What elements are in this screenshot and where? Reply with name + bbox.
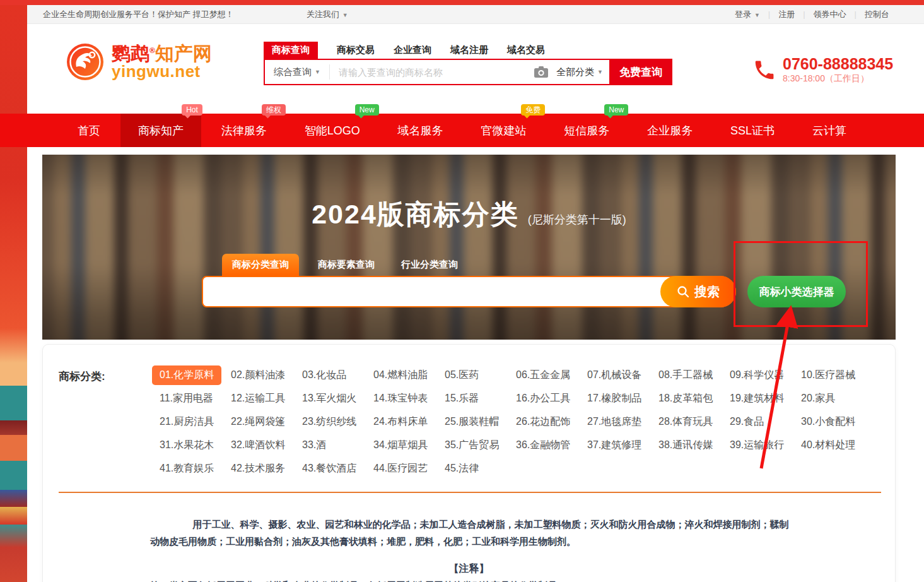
category-item[interactable]: 26.花边配饰 (508, 410, 580, 434)
category-item[interactable]: 23.纺织纱线 (295, 410, 366, 434)
phone-number: 0760-88888345 (783, 56, 893, 73)
topbar-link-2[interactable]: 注册 (778, 9, 795, 20)
category-item[interactable]: 36.金融物管 (508, 434, 580, 457)
camera-search-icon[interactable] (534, 66, 549, 78)
hero-title-row: 2024版商标分类(尼斯分类第十一版) (42, 196, 896, 233)
nav-item-3[interactable]: 法律服务维权 (204, 114, 284, 147)
follow-us-menu[interactable]: 关注我们▼ (307, 9, 348, 20)
header-search-tab-2[interactable]: 商标交易 (337, 44, 375, 59)
category-item[interactable]: 42.技术服务 (223, 457, 295, 480)
category-item[interactable]: 02.颜料油漆 (223, 364, 295, 387)
category-item[interactable]: 03.化妆品 (295, 364, 366, 387)
brand-name-1: 鹦鹉 (112, 43, 149, 64)
category-item-label: 13.军火烟火 (302, 392, 356, 405)
category-item-label: 36.金融物管 (516, 439, 570, 452)
hero-tab-1[interactable]: 商标分类查询 (222, 254, 299, 276)
hero-tab-3[interactable]: 行业分类查询 (394, 254, 465, 276)
nav-list: 首页商标知产Hot法律服务维权智能LOGONew域名服务官微建站免费短信服务Ne… (0, 114, 924, 147)
category-item-label: 41.教育娱乐 (160, 462, 214, 475)
header-search-tab-1[interactable]: 商标查询 (264, 42, 318, 59)
nav-badge: Hot (182, 104, 202, 116)
category-item[interactable]: 18.皮革箱包 (651, 387, 722, 410)
category-item[interactable]: 44.医疗园艺 (366, 457, 437, 480)
category-item-label: 18.皮革箱包 (658, 392, 713, 405)
scope-label: 综合查询 (274, 66, 312, 78)
category-item[interactable]: 08.手工器械 (651, 364, 722, 387)
category-item[interactable]: 07.机械设备 (580, 364, 651, 387)
category-item[interactable]: 35.广告贸易 (437, 434, 508, 457)
nav-item-1[interactable]: 首页 (60, 114, 118, 147)
category-item[interactable]: 09.科学仪器 (722, 364, 793, 387)
category-item[interactable]: 16.办公工具 (508, 387, 580, 410)
category-item[interactable]: 31.水果花木 (152, 434, 223, 457)
category-item[interactable]: 01.化学原料 (152, 364, 223, 387)
category-item[interactable]: 06.五金金属 (508, 364, 580, 387)
nav-item-6[interactable]: 官微建站免费 (463, 114, 544, 147)
category-item-label: 17.橡胶制品 (587, 392, 641, 405)
site-logo[interactable]: 鹦鹉®知产网 yingwu.net (66, 43, 212, 81)
topbar-link-3[interactable]: 领券中心 (814, 9, 846, 20)
category-item[interactable]: 39.运输旅行 (722, 434, 793, 457)
category-item[interactable]: 34.烟草烟具 (366, 434, 437, 457)
category-item[interactable]: 43.餐饮酒店 (295, 457, 366, 480)
free-query-button[interactable]: 免费查询 (609, 59, 672, 85)
nav-item-9[interactable]: SSL证书 (713, 114, 792, 147)
category-item[interactable]: 40.材料处理 (793, 434, 865, 457)
category-item[interactable]: 37.建筑修理 (580, 434, 651, 457)
category-item[interactable]: 17.橡胶制品 (580, 387, 651, 410)
category-item[interactable]: 41.教育娱乐 (152, 457, 223, 480)
category-item-label: 09.科学仪器 (730, 369, 784, 382)
nav-item-2[interactable]: 商标知产Hot (120, 114, 201, 147)
category-item[interactable]: 24.布料床单 (366, 410, 437, 434)
header-search-tab-5[interactable]: 域名交易 (507, 44, 545, 59)
category-item[interactable]: 10.医疗器械 (793, 364, 865, 387)
header-search-tab-4[interactable]: 域名注册 (450, 44, 488, 59)
category-item[interactable]: 05.医药 (437, 364, 508, 387)
category-item[interactable]: 45.法律 (437, 457, 508, 480)
topbar-link-1[interactable]: 登录▼ (735, 9, 760, 20)
class-description: 用于工业、科学、摄影、农业、园艺和林业的化学品；未加工人造合成树脂，未加工塑料物… (150, 516, 790, 550)
nav-item-10[interactable]: 云计算 (795, 114, 864, 147)
search-scope-dropdown[interactable]: 综合查询▼ (265, 64, 330, 80)
nav-item-5[interactable]: 域名服务 (380, 114, 461, 147)
hero-tab-2[interactable]: 商标要素查询 (310, 254, 382, 276)
nav-item-4[interactable]: 智能LOGONew (287, 114, 378, 147)
trademark-search-input[interactable] (339, 67, 526, 78)
category-item[interactable]: 29.食品 (722, 410, 793, 434)
nav-badge: 免费 (521, 104, 545, 116)
nav-item-7[interactable]: 短信服务New (546, 114, 627, 147)
class-filter-dropdown[interactable]: 全部分类▼ (556, 66, 603, 78)
category-item[interactable]: 33.酒 (295, 434, 366, 457)
category-item[interactable]: 25.服装鞋帽 (437, 410, 508, 434)
category-item[interactable]: 28.体育玩具 (651, 410, 722, 434)
category-item-label: 38.通讯传媒 (658, 439, 713, 452)
subclass-selector-button[interactable]: 商标小类选择器 (747, 276, 846, 307)
follow-us-label: 关注我们 (307, 9, 339, 19)
category-item[interactable]: 14.珠宝钟表 (366, 387, 437, 410)
category-item[interactable]: 15.乐器 (437, 387, 508, 410)
category-item[interactable]: 21.厨房洁具 (152, 410, 223, 434)
topbar-link-4[interactable]: 控制台 (865, 9, 889, 20)
divider: | (855, 9, 857, 19)
category-item-label: 04.燃料油脂 (373, 369, 428, 382)
category-item-label: 31.水果花木 (160, 439, 214, 452)
category-item[interactable]: 04.燃料油脂 (366, 364, 437, 387)
search-button[interactable]: 搜索 (660, 276, 736, 307)
category-item-label: 10.医疗器械 (801, 369, 855, 382)
category-item[interactable]: 32.啤酒饮料 (223, 434, 295, 457)
category-item[interactable]: 22.绳网袋篷 (223, 410, 295, 434)
category-item-label: 35.广告贸易 (445, 439, 499, 452)
nav-item-8[interactable]: 企业服务 (629, 114, 710, 147)
chevron-down-icon: ▼ (315, 69, 320, 75)
category-item[interactable]: 13.军火烟火 (295, 387, 366, 410)
header-search-tab-3[interactable]: 企业查询 (394, 44, 431, 59)
category-item[interactable]: 27.地毯席垫 (580, 410, 651, 434)
category-item[interactable]: 20.家具 (793, 387, 865, 410)
category-item[interactable]: 38.通讯传媒 (651, 434, 722, 457)
classification-search-input[interactable] (214, 277, 659, 306)
category-item-label: 37.建筑修理 (587, 439, 641, 452)
category-item[interactable]: 12.运输工具 (223, 387, 295, 410)
category-item[interactable]: 30.小食配料 (793, 410, 865, 434)
category-item[interactable]: 11.家用电器 (152, 387, 223, 410)
category-item[interactable]: 19.建筑材料 (722, 387, 793, 410)
